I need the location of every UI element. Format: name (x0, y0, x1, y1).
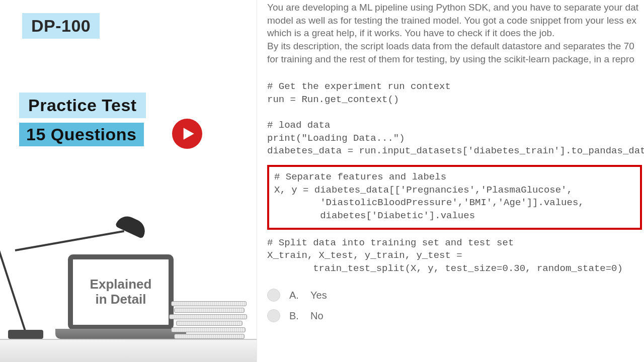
code-block-split: # Split data into training set and test … (267, 237, 644, 276)
book-stack (171, 300, 247, 339)
laptop-illustration: Explained in Detail (55, 254, 186, 339)
play-button[interactable] (172, 119, 202, 149)
radio-icon (267, 309, 280, 322)
intro-line: model as well as for testing the trained… (267, 14, 644, 27)
answer-text: Yes (310, 289, 327, 302)
badge-practice-test: Practice Test (19, 93, 146, 118)
code-block-context: # Get the experiment run context run = R… (267, 80, 644, 158)
answer-list: A. Yes B. No (267, 289, 644, 323)
promo-panel: DP-100 Practice Test 15 Questions Explai… (0, 0, 257, 362)
answer-label: A. (289, 289, 301, 302)
question-panel: You are developing a ML pipeline using P… (257, 0, 644, 362)
intro-line: for training and the rest of them for te… (267, 53, 644, 66)
answer-text: No (310, 309, 324, 323)
laptop-screen: Explained in Detail (68, 254, 174, 330)
badge-question-count: 15 Questions (19, 123, 144, 146)
answer-option-b[interactable]: B. No (267, 309, 644, 323)
intro-line: which is a great help, if it works. You … (267, 27, 644, 40)
badge-dp100: DP-100 (22, 13, 100, 39)
play-icon (181, 127, 195, 141)
question-intro: You are developing a ML pipeline using P… (267, 0, 644, 65)
screen-text-line2: in Detail (95, 292, 146, 307)
desk-illustration: Explained in Detail (0, 171, 257, 362)
answer-label: B. (289, 309, 301, 323)
code-block-highlight: # Separate features and labels X, y = di… (274, 171, 635, 223)
radio-icon (267, 289, 280, 302)
code-highlight-box: # Separate features and labels X, y = di… (267, 165, 642, 230)
screen-text-line1: Explained (90, 277, 152, 292)
intro-line: By its description, the script loads dat… (267, 40, 644, 53)
intro-line: You are developing a ML pipeline using P… (267, 1, 644, 14)
answer-option-a[interactable]: A. Yes (267, 289, 644, 302)
